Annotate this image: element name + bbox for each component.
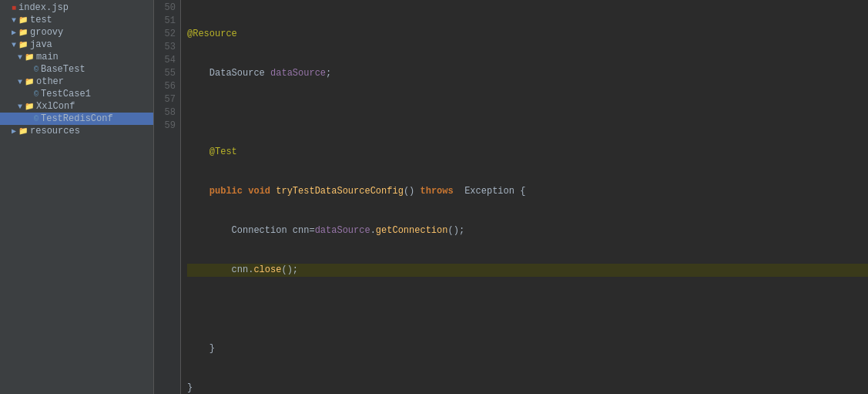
- tree-label: java: [30, 39, 52, 50]
- line-52: 52: [154, 28, 176, 41]
- line-56: 56: [154, 80, 176, 93]
- tree-label: resources: [30, 126, 80, 136]
- tree-item-main[interactable]: ▼ 📁 main: [0, 51, 153, 63]
- file-tree: ■ index.jsp ▼ 📁 test ▶ 📁 groovy ▼ 📁 java…: [0, 0, 154, 394]
- code-line-59: }: [187, 382, 868, 394]
- top-area: ■ index.jsp ▼ 📁 test ▶ 📁 groovy ▼ 📁 java…: [0, 0, 868, 394]
- tree-label: XxlConf: [36, 101, 75, 112]
- code-editor: 50 51 52 53 ✓ 54 ◉ 55 56 57 58 59 @: [154, 0, 868, 394]
- line-58: 58: [154, 106, 176, 120]
- code-content: @Resource DataSource dataSource; @Test p…: [181, 0, 868, 394]
- code-line-53: @Test: [187, 146, 868, 159]
- tree-label: main: [36, 52, 59, 62]
- tree-label: BaseTest: [41, 64, 85, 75]
- tree-item-indexjsp[interactable]: ■ index.jsp: [0, 2, 153, 14]
- line-53: 53 ✓: [154, 41, 176, 54]
- line-57: 57: [154, 93, 176, 106]
- tree-label: index.jsp: [18, 2, 69, 13]
- tree-label: other: [36, 76, 64, 87]
- line-50: 50: [154, 2, 176, 15]
- tree-item-test[interactable]: ▼ 📁 test: [0, 14, 153, 26]
- tree-item-testredisconf[interactable]: © TestRedisConf: [0, 113, 153, 125]
- line-59: 59: [154, 120, 176, 133]
- code-line-54: public void tryTestDataSourceConfig() th…: [187, 185, 868, 198]
- code-line-50: @Resource: [187, 28, 868, 41]
- tree-label: TestCase1: [41, 89, 91, 99]
- code-line-51: DataSource dataSource;: [187, 67, 868, 80]
- tree-item-groovy[interactable]: ▶ 📁 groovy: [0, 26, 153, 39]
- tree-item-xxlconf[interactable]: ▼ 📁 XxlConf: [0, 100, 153, 113]
- tree-item-testcase1[interactable]: © TestCase1: [0, 88, 153, 100]
- tree-label: test: [30, 15, 52, 25]
- code-line-56: cnn.close();: [187, 264, 868, 277]
- tree-item-basetest[interactable]: © BaseTest: [0, 63, 153, 76]
- line-55: 55: [154, 67, 176, 80]
- line-54: 54 ◉: [154, 54, 176, 67]
- tree-item-resources[interactable]: ▶ 📁 resources: [0, 125, 153, 137]
- tree-label: groovy: [30, 27, 63, 38]
- line-51: 51: [154, 15, 176, 28]
- tree-item-other[interactable]: ▼ 📁 other: [0, 76, 153, 88]
- line-numbers: 50 51 52 53 ✓ 54 ◉ 55 56 57 58 59: [154, 0, 181, 394]
- code-line-57: [187, 303, 868, 316]
- code-line-58: }: [187, 342, 868, 355]
- code-line-52: [187, 106, 868, 120]
- code-line-55: Connection cnn=dataSource.getConnection(…: [187, 224, 868, 237]
- tree-label: TestRedisConf: [41, 113, 113, 124]
- tree-item-java[interactable]: ▼ 📁 java: [0, 39, 153, 51]
